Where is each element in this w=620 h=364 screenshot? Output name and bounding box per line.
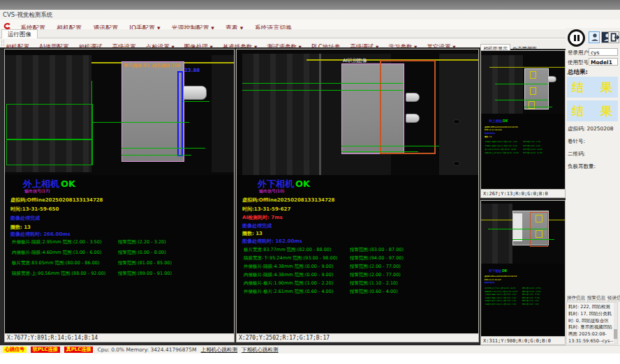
bright-region [513, 213, 522, 241]
overlay-roi-green [6, 139, 93, 165]
log-output-area[interactable]: 耗时: 222, 凹陷检测耗时: 17, 凹陷分类耗时: 0, 凹陷提取合区耗时… [566, 302, 618, 344]
upper-camera-heartbeat-link[interactable]: 上相机心跳检测 [201, 347, 238, 354]
measure-row: 外侧极片-极片:2.61mm 范围:(0.60 - 4.00)报警范围:(0.6… [237, 289, 467, 296]
machinery-band [481, 55, 523, 114]
overlay-line-green [512, 239, 554, 240]
elapsed-line: 图像处理耗时: 162.00ms [242, 238, 302, 245]
measure-row: 极片宽度:83.77mm 范围:(82.00 - 88.00)报警范围:(83.… [237, 247, 467, 254]
lower-camera-heartbeat-link[interactable]: 下相机心跳检测 [242, 347, 279, 354]
tab-strip: 运行图像 [0, 29, 620, 38]
right-control-panel: 登录用户: cys 使用型号: Model1 总结果: 结 果 结 果 虚拟码:… [566, 28, 620, 345]
menubar: 系统配置 相机配置 通讯配置 IO手配置 ▾ 光源控制配置 ▾ 查看 ▾ 系统语… [0, 20, 620, 30]
overlay-box-yellow [529, 101, 535, 109]
result-indicator-2: 结 果 [567, 100, 618, 121]
overlay-box-yellow [536, 215, 542, 222]
measure-row: 内侧极片-极片:1.90mm 范围:(1.00 - 2.20)报警范围:(1.1… [237, 280, 467, 287]
user-icon [590, 32, 600, 43]
overlay-box-yellow [530, 71, 536, 79]
measure-row: 隔膜宽度-上:90.56mm 范围:(88.00 - 92.00)报警范围:(8… [5, 271, 235, 278]
camera-image-outer-upper[interactable]: 学习阈值:93, 动态阈值:100 23.88 [5, 50, 234, 175]
overlay-line-green [524, 107, 552, 107]
exit-door-icon [610, 32, 619, 43]
soft-plc-badge: 软PLC连接 [31, 347, 60, 353]
camera-subinfo: 输出信号(10) [259, 188, 284, 195]
small-image-2[interactable] [481, 201, 565, 264]
electrode-tab [547, 76, 556, 82]
measure-row: 内侧极片-隔膜:4.38mm 范围:(0.00 - 9.00)报警范围:(2.0… [237, 272, 467, 279]
turns-line: 圈数: 13 [10, 224, 31, 231]
measure-row: 极片宽度:83.05mm 范围:(80.00 - 86.00)报警范围:(81.… [5, 260, 235, 267]
overlay-measure-box-blue [177, 71, 183, 156]
part-region [121, 61, 184, 162]
log-scrollbar[interactable] [614, 303, 617, 344]
login-user-field[interactable]: cys [589, 48, 618, 56]
result-text-outer-lower: 外下相机OK 输出信号(10) 虚拟码:Offline2025020813313… [237, 175, 467, 335]
machinery-band [212, 55, 234, 172]
log-scrollbar-thumb[interactable] [614, 329, 617, 339]
time-line: 时间:13-31-59-627 [242, 206, 290, 213]
turns-line: 圈数: 13 [242, 230, 263, 237]
user-login-button[interactable] [589, 31, 600, 43]
overlay-box-yellow [536, 230, 542, 238]
exit-button[interactable] [608, 31, 619, 43]
process-done-line: 图像处理完成 [10, 215, 40, 222]
pixel-coordinate-bar: X:7677;Y:891;R:14;G:14;B:14 [5, 333, 234, 342]
model-field[interactable]: Model1 [589, 58, 618, 66]
overlay-line-green [488, 229, 547, 229]
overlay-box-yellow [530, 87, 536, 95]
camera-view-outer-lower: AI识别图像 外下相机OK 输出信号(10) 虚拟码:Offline202502… [236, 49, 479, 342]
ok-status: OK [61, 179, 75, 189]
small-image-1[interactable] [481, 51, 565, 114]
machinery-band [439, 54, 478, 175]
overlay-line-green [495, 100, 547, 100]
overlay-roi-green [6, 104, 93, 140]
log-tab-alarm[interactable]: 报警信息 [587, 295, 605, 301]
heartbeat-badge: 心跳信号 [3, 347, 27, 353]
titlebar[interactable]: CVS-视觉检测系统 [0, 10, 620, 20]
negative-tab-count-label: 负极耳数量: [568, 163, 596, 170]
virtual-code-value: 20250208 [586, 126, 613, 132]
overlay-line-green [341, 151, 418, 152]
tab-run-image[interactable]: 运行图像 [1, 29, 38, 38]
total-result-label: 总结果: [568, 68, 588, 77]
threshold-annotation: 学习阈值:93, 动态阈值:100 [124, 63, 180, 69]
overlay-line-green [341, 146, 439, 146]
pixel-coordinate-bar: X:311;Y:980;R:0;G:0;B:0 [481, 336, 565, 344]
small-view-1: 外上相机OK 虚拟码:Offline20250208133134728 时间:1… [480, 50, 566, 198]
virtual-code-line: 虚拟码:Offline20250208133134728 [242, 197, 335, 204]
electrode-tab [406, 93, 420, 102]
electrode-tab [183, 86, 207, 100]
model-label: 使用型号: [568, 59, 591, 66]
window-title: CVS-视觉检测系统 [3, 11, 52, 20]
ok-status: OK [295, 179, 310, 189]
window-top-border [0, 0, 620, 10]
application-window: CVS-视觉检测系统 系统配置 相机配置 通讯配置 IO手配置 ▾ 光源控制配置… [0, 0, 620, 364]
overlay-baseline-yellow [489, 67, 565, 68]
log-text: 耗时: 222, 凹陷检测耗时: 17, 凹陷分类耗时: 0, 凹陷提取合区耗时… [568, 304, 613, 344]
pause-button[interactable] [568, 29, 585, 47]
log-tab-strip: 操作信息报警信息错误信息 [567, 295, 620, 301]
log-tab-error[interactable]: 错误信息 [607, 295, 620, 301]
cpu-memory-text: Cpu: 0.0% Memory: 3424.41796875M [97, 347, 196, 353]
measure-row: 隔膜宽度-下:95.24mm 范围:(93.00 - 98.00)报警范围:(9… [237, 255, 467, 262]
overlay-roi-orange [380, 60, 436, 154]
log-tab-operation[interactable]: 操作信息 [567, 295, 585, 301]
overlay-line-green [242, 90, 403, 91]
overlay-line-green [91, 81, 92, 165]
login-user-label: 登录用户: [568, 50, 591, 56]
camera-view-outer-upper: 学习阈值:93, 动态阈值:100 23.88 外上相机OK 输出信号(17) … [4, 49, 235, 342]
toolbar-grip-icon[interactable] [1, 40, 4, 46]
overlay-line-green [183, 101, 209, 102]
machinery-hole [453, 161, 460, 166]
camera-image-outer-lower[interactable]: AI识别图像 [237, 50, 478, 175]
elapsed-line: 图像处理耗时: 266.00ms [10, 231, 71, 238]
status-bar: 心跳信号 软PLC连接 真PLC连接 Cpu: 0.0% Memory: 342… [0, 345, 620, 354]
virtual-code-line: 虚拟码:Offline20250208133134728 [10, 197, 103, 204]
pixel-coordinate-bar: X:270;Y:2502;R:17;G:17;B:17 [237, 333, 478, 342]
electrode-tab [406, 114, 420, 123]
qr-code-label: 二维码: [568, 151, 585, 158]
result-text-outer-upper: 外上相机OK 输出信号(17) 虚拟码:Offline2025020813313… [5, 175, 235, 335]
result-indicator-1: 结 果 [567, 77, 618, 98]
measure-row: 外侧极片-隔膜:4.38mm 范围:(0.00 - 9.00)报警范围:(2.0… [237, 264, 467, 271]
app-logo-icon [3, 20, 12, 29]
